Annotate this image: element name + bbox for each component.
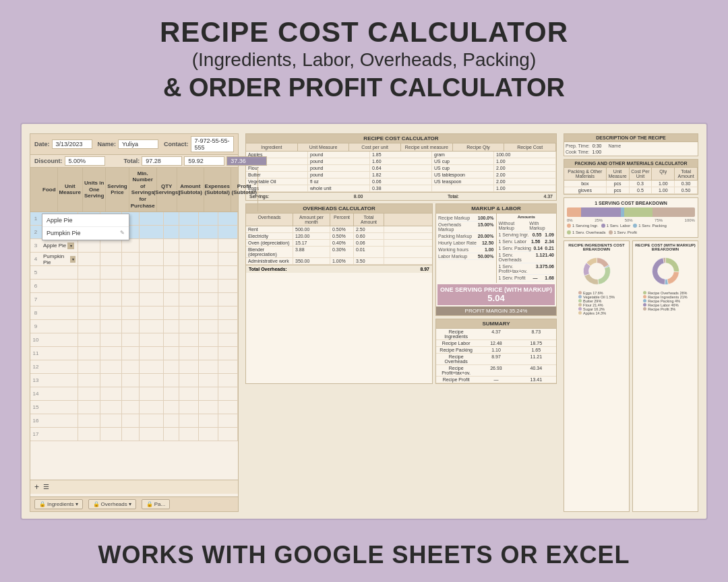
cell-unit (78, 414, 100, 427)
oh-cell: 0.50% (330, 233, 354, 239)
donut-dot (578, 307, 582, 311)
rcc-section: RECIPE COST CALCULATOR Ingredient Unit M… (245, 133, 557, 201)
tab-ingredients-label: Ingredients (47, 501, 74, 507)
name-field: Name: Yuliya (98, 139, 159, 149)
cell-units-serving (100, 401, 123, 414)
cell-min-serv (140, 293, 164, 306)
row-num: 9 (30, 323, 41, 329)
table-row[interactable]: 12 (30, 360, 238, 374)
meta-row: Date: 3/13/2023 Name: Yuliya Contact: 7-… (30, 134, 238, 155)
summary-row-2: 1 Serv. Labor 1.56 2.34 (499, 238, 555, 245)
legend-item: 1 Serv. Overheads (567, 230, 606, 234)
table-row[interactable]: 5 (30, 266, 238, 280)
overheads-col-headers: Overheads Amount per month Percent Total… (246, 214, 432, 226)
cell-food: Pumpkin Pie▾ (41, 253, 78, 265)
dropdown-item[interactable]: Pumpkin Pie✎ (42, 227, 129, 240)
cell-food (41, 360, 78, 373)
cell-profit (218, 387, 238, 400)
rcc-cell (432, 185, 494, 191)
legend-label: 1 Serv. Overheads (572, 230, 606, 234)
rcc-title: RECIPE COST CALCULATOR (246, 134, 556, 143)
legend-label: 1 Serv. Packing (638, 224, 667, 228)
edit-icon[interactable]: ✎ (120, 230, 125, 236)
bar-label: 25% (595, 218, 603, 222)
pack-cell: pcs (607, 181, 630, 187)
rcc-col-recipe-cost: Recipe Cost (504, 143, 556, 151)
cell-min-serv (140, 374, 164, 387)
table-row[interactable]: 13 (30, 374, 238, 387)
footer-text: WORKS WITH GOOGLE SHEETS OR EXCEL (20, 541, 708, 569)
table-row[interactable]: 9 (30, 320, 238, 333)
food-dropdown[interactable]: Apple PiePumpkin Pie✎ (42, 214, 129, 240)
left-spreadsheet-panel: Date: 3/13/2023 Name: Yuliya Contact: 7-… (30, 133, 239, 512)
cell-profit (218, 401, 238, 414)
legend-item: 1 Serv. Profit (609, 230, 637, 234)
tab-bar: 🔒 Ingredients ▾ 🔒 Overheads ▾ 🔒 Pa... (30, 496, 238, 511)
table-row[interactable]: 4 Pumpkin Pie▾ (30, 253, 238, 266)
dropdown-item-label: Apple Pie (47, 217, 73, 224)
oh-cell: Electricity (246, 233, 293, 239)
add-icon[interactable]: + (34, 482, 39, 492)
cell-unit (78, 293, 100, 306)
table-row[interactable]: 16 (30, 414, 238, 428)
table-row[interactable]: 14 (30, 387, 238, 401)
table-row[interactable]: 6 (30, 280, 238, 293)
table-row[interactable]: 10 (30, 333, 238, 347)
summary-recipe-row: Recipe Profit—13.41 (436, 377, 556, 383)
ml-title: MARKUP & LABOR (436, 204, 556, 214)
table-row[interactable]: 3 Apple Pie▾ (30, 239, 238, 253)
ml-body: Recipe Markup 100.0% Overheads Markup 15… (436, 214, 556, 283)
cell-profit (218, 320, 238, 333)
rcc-cell: pound (308, 152, 370, 158)
cell-qty (164, 293, 179, 306)
table-row[interactable]: 17 (30, 428, 238, 441)
oh-table-row: Administrative work350.001.00%3.50 (246, 258, 432, 265)
tab-ingredients[interactable]: 🔒 Ingredients ▾ (34, 499, 83, 509)
cell-qty (164, 320, 179, 333)
ml-val-recipe-markup: 100.0% (478, 216, 494, 220)
table-row[interactable]: 8 (30, 306, 238, 320)
donut-segment (584, 273, 598, 284)
rcc-cell: US teaspoon (432, 179, 494, 185)
dropdown-arrow[interactable]: ▾ (67, 243, 74, 249)
cell-profit (218, 374, 238, 387)
rows-icon[interactable]: ☰ (43, 483, 49, 490)
cell-amount (179, 333, 199, 346)
oh-cell: 3.88 (293, 247, 330, 257)
table-row[interactable]: 7 (30, 293, 238, 306)
oh-cell: 0.60 (354, 233, 384, 239)
rcc-col-cost-per: Cost per unit (349, 143, 401, 151)
overheads-title: OVERHEADS CALCULATOR (246, 204, 432, 214)
row-num: 6 (30, 283, 41, 289)
oh-col-total: Total Amount (354, 214, 384, 226)
ml-row-recipe-markup: Recipe Markup 100.0% (438, 215, 494, 222)
tab-overheads[interactable]: 🔒 Overheads ▾ (88, 499, 136, 509)
tab-packing[interactable]: 🔒 Pa... (142, 499, 170, 509)
oh-col-amount: Amount per month (293, 214, 330, 226)
cell-amount (179, 280, 199, 292)
oh-cell: Administrative work (246, 258, 293, 264)
oh-cell: 3.50 (354, 258, 384, 264)
oh-col-name: Overheads (246, 214, 293, 226)
cell-amount (179, 239, 199, 252)
dropdown-item[interactable]: Apple Pie (42, 214, 129, 227)
dropdown-arrow[interactable]: ▾ (70, 256, 75, 263)
cell-min-serv (140, 333, 164, 346)
bar-segment (567, 207, 581, 217)
summary-cell: 13.41 (516, 377, 556, 383)
cell-min-serv (140, 226, 164, 238)
row-num: 13 (30, 377, 41, 383)
row-num: 14 (30, 391, 41, 397)
donut-dot (578, 299, 582, 302)
table-row[interactable]: 11 (30, 347, 238, 360)
cell-min-serv (140, 253, 164, 265)
markup-labor-section: MARKUP & LABOR Recipe Markup 100.0% Over… (435, 203, 557, 316)
ml-amounts-row: Without Markup With Markup (499, 220, 555, 232)
summary-cell: 26.93 (476, 365, 516, 376)
table-row[interactable]: 15 (30, 401, 238, 414)
discount-field: Discount: 5.00% (34, 156, 105, 166)
cell-amount (179, 306, 199, 319)
cell-units-serving (100, 360, 123, 373)
cell-min-serv (140, 401, 164, 414)
rcc-cell: 1.85 (370, 152, 432, 158)
